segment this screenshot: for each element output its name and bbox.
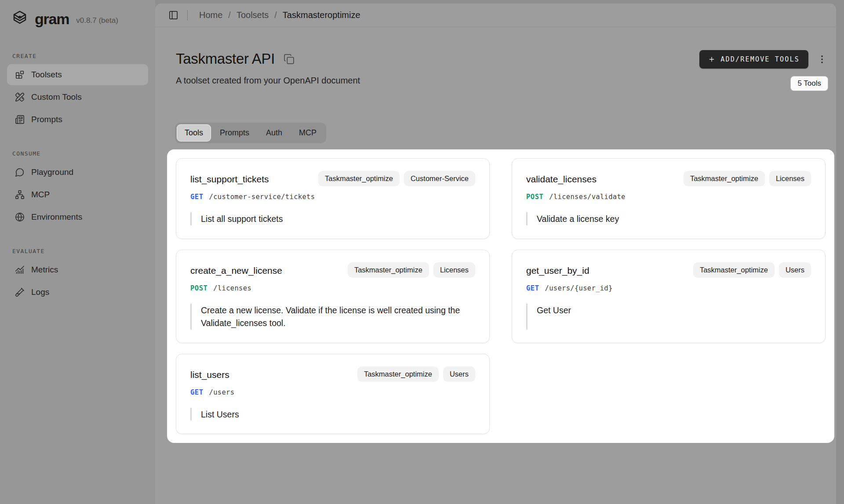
tool-badge-taskmaster-optimize: Taskmaster_optimize [684, 171, 765, 186]
add-remove-tools-button[interactable]: ADD/REMOVE TOOLS [699, 50, 808, 69]
sidebar-item-label: Logs [31, 287, 49, 297]
kebab-menu-icon[interactable] [816, 53, 828, 65]
breadcrumb-home[interactable]: Home [199, 10, 222, 20]
newspaper-icon [15, 115, 25, 124]
topbar: Home/Toolsets/Taskmasteroptimize [155, 4, 836, 27]
tool-card-create_a_new_license[interactable]: create_a_new_licenseTaskmaster_optimizeL… [176, 250, 490, 343]
sidebar-item-environments[interactable]: Environments [7, 207, 148, 228]
sidebar: gram v0.8.7 (beta) CREATEToolsetsCustom … [0, 0, 155, 504]
sidebar-item-label: MCP [31, 190, 50, 199]
tool-description: Validate a license key [526, 212, 811, 225]
page-subtitle: A toolset created from your OpenAPI docu… [176, 75, 360, 87]
tool-badge-users: Users [779, 262, 811, 278]
tool-badge-customer-service: Customer-Service [404, 171, 475, 186]
sidebar-item-custom-tools[interactable]: Custom Tools [7, 87, 148, 108]
panel-left-icon[interactable] [168, 10, 178, 20]
breadcrumb: Home/Toolsets/Taskmasteroptimize [199, 10, 360, 20]
tool-badge-taskmaster-optimize: Taskmaster_optimize [693, 262, 775, 278]
tab-tools[interactable]: Tools [177, 124, 211, 141]
test-tube-icon [15, 287, 25, 297]
tool-badges: Taskmaster_optimizeCustomer-Service [318, 171, 475, 186]
sidebar-section-label: CONSUME [12, 150, 155, 157]
tool-description-text: Validate a license key [537, 213, 811, 225]
globe-icon [15, 212, 25, 222]
tabs: ToolsPromptsAuthMCP [175, 123, 326, 143]
endpoint: GET/users [190, 388, 475, 396]
app-logo[interactable]: gram v0.8.7 (beta) [0, 0, 155, 28]
breadcrumb-separator: / [228, 10, 231, 20]
endpoint-path: /users [209, 388, 235, 396]
tool-badges: Taskmaster_optimizeUsers [693, 262, 811, 278]
metrics-chart-icon [15, 265, 25, 275]
endpoint-path: /licenses [213, 284, 251, 292]
sidebar-item-metrics[interactable]: Metrics [7, 259, 148, 280]
sidebar-nav: CREATEToolsetsCustom ToolsPromptsCONSUME… [0, 53, 155, 303]
http-method: GET [190, 193, 204, 201]
chat-bubble-icon [15, 167, 25, 177]
sidebar-item-label: Custom Tools [31, 92, 82, 102]
http-method: POST [190, 284, 207, 292]
breadcrumb-toolsets[interactable]: Toolsets [236, 10, 269, 20]
tool-badge-licenses: Licenses [433, 262, 475, 278]
endpoint: POST/licenses [190, 284, 475, 292]
tools-panel: list_support_ticketsTaskmaster_optimizeC… [167, 149, 834, 443]
breadcrumb-taskmasteroptimize: Taskmasteroptimize [283, 10, 360, 20]
content: Taskmaster API A toolset created from yo… [155, 27, 836, 443]
tab-prompts[interactable]: Prompts [212, 124, 257, 141]
sidebar-section: CONSUMEPlaygroundMCPEnvironments [0, 150, 155, 228]
endpoint-path: /users/{user_id} [545, 284, 613, 292]
page-title: Taskmaster API [176, 50, 275, 68]
tool-description: List Users [190, 408, 475, 421]
tool-card-list_support_tickets[interactable]: list_support_ticketsTaskmaster_optimizeC… [176, 158, 490, 239]
breadcrumb-separator: / [274, 10, 277, 20]
sidebar-item-label: Playground [31, 167, 73, 177]
tools-count-badge: 5 Tools [790, 76, 828, 91]
sidebar-section: EVALUATEMetricsLogs [0, 248, 155, 303]
tool-name: list_users [190, 366, 229, 380]
sidebar-item-toolsets[interactable]: Toolsets [7, 64, 148, 85]
pencil-ruler-icon [15, 92, 25, 102]
endpoint: GET/users/{user_id} [526, 284, 811, 292]
sidebar-item-logs[interactable]: Logs [7, 282, 148, 303]
tool-badge-taskmaster-optimize: Taskmaster_optimize [318, 171, 400, 186]
sidebar-item-label: Prompts [31, 115, 62, 124]
tool-card-get_user_by_id[interactable]: get_user_by_idTaskmaster_optimizeUsersGE… [512, 250, 826, 343]
tool-card-list_users[interactable]: list_usersTaskmaster_optimizeUsersGET/us… [176, 354, 490, 435]
sidebar-section-label: CREATE [12, 53, 155, 59]
tab-mcp[interactable]: MCP [291, 124, 324, 141]
endpoint-path: /customer-service/tickets [209, 193, 315, 201]
http-method: GET [190, 388, 204, 396]
sidebar-item-prompts[interactable]: Prompts [7, 109, 148, 130]
tool-badge-taskmaster-optimize: Taskmaster_optimize [348, 262, 429, 278]
tool-description-text: List all support tickets [201, 213, 475, 225]
endpoint: GET/customer-service/tickets [190, 193, 475, 201]
tool-badge-users: Users [443, 366, 475, 382]
plus-icon [708, 56, 715, 63]
tool-description: Get User [526, 304, 811, 330]
tool-name: validate_licenses [526, 171, 597, 185]
tool-description-text: Get User [537, 304, 811, 317]
tool-name: get_user_by_id [526, 262, 589, 276]
tool-cards-grid: list_support_ticketsTaskmaster_optimizeC… [176, 158, 826, 434]
main-area: Home/Toolsets/Taskmasteroptimize Taskmas… [155, 4, 836, 504]
tool-badges: Taskmaster_optimizeLicenses [348, 262, 475, 278]
sidebar-item-playground[interactable]: Playground [7, 162, 148, 183]
tool-badges: Taskmaster_optimizeLicenses [684, 171, 811, 186]
tool-badge-licenses: Licenses [769, 171, 811, 186]
app-version: v0.8.7 (beta) [76, 16, 118, 25]
endpoint: POST/licenses/validate [526, 193, 811, 201]
sidebar-item-mcp[interactable]: MCP [7, 184, 148, 205]
sidebar-section-label: EVALUATE [12, 248, 155, 254]
page-header: Taskmaster API A toolset created from yo… [167, 50, 834, 91]
copy-icon[interactable] [284, 54, 295, 65]
tool-name: list_support_tickets [190, 171, 269, 185]
tab-auth[interactable]: Auth [258, 124, 290, 141]
http-method: GET [526, 284, 539, 292]
tool-badges: Taskmaster_optimizeUsers [357, 366, 475, 382]
tool-card-validate_licenses[interactable]: validate_licensesTaskmaster_optimizeLice… [512, 158, 826, 239]
sidebar-item-label: Environments [31, 212, 82, 222]
sidebar-section: CREATEToolsetsCustom ToolsPrompts [0, 53, 155, 130]
topbar-divider [187, 10, 188, 21]
add-remove-tools-label: ADD/REMOVE TOOLS [720, 55, 800, 63]
http-method: POST [526, 193, 543, 201]
